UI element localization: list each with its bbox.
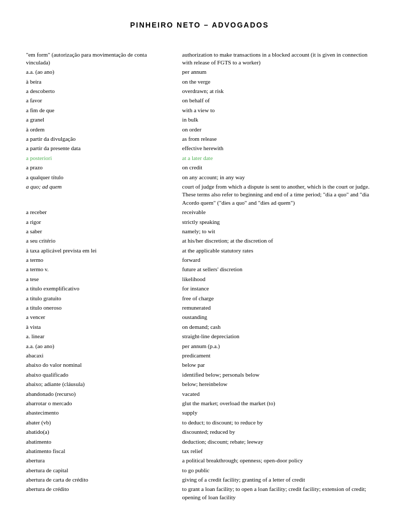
term-portuguese: a partir da presente data xyxy=(26,144,182,153)
term-portuguese: a título gratuito xyxy=(26,294,182,303)
glossary-table: "em form" (autorização para movimentação… xyxy=(26,50,373,502)
term-portuguese: a favor xyxy=(26,96,182,105)
term-english: vacated xyxy=(182,389,373,398)
term-portuguese: a.a. (ao ano) xyxy=(26,68,182,77)
table-row: a seu critérioat his/her discretion; at … xyxy=(26,236,373,246)
table-row: abatimento fiscaltax relief xyxy=(26,446,373,456)
term-portuguese: abastecimento xyxy=(26,408,182,418)
table-row: a. linearstraight-line depreciation xyxy=(26,332,373,341)
table-row: à beiraon the verge xyxy=(26,77,373,86)
term-portuguese: "em form" (autorização para movimentação… xyxy=(26,50,182,68)
table-row: abandonado (recurso)vacated xyxy=(26,389,373,398)
term-portuguese: a fim de que xyxy=(26,105,182,115)
term-english: tax relief xyxy=(182,446,373,456)
term-english: at a later date xyxy=(182,153,373,163)
term-portuguese: abertura de capital xyxy=(26,466,182,475)
term-portuguese: abacaxi xyxy=(26,351,182,361)
table-row: a rigorstrictly speaking xyxy=(26,217,373,227)
term-english: authorization to make transactions in a … xyxy=(182,50,373,68)
term-english: remunerated xyxy=(182,303,373,313)
term-english: per annum (p.a.) xyxy=(182,341,373,351)
term-portuguese: a rigor xyxy=(26,217,182,227)
table-row: abaixo; adiante (cláusula)below; hereinb… xyxy=(26,380,373,389)
table-row: a.a. (ao ano)per annum xyxy=(26,68,373,77)
term-english: strictly speaking xyxy=(182,217,373,227)
term-portuguese: a. linear xyxy=(26,332,182,341)
table-row: à vistaon demand; cash xyxy=(26,322,373,331)
term-english: effective herewith xyxy=(182,144,373,153)
table-row: à taxa aplicável prevista em leiat the a… xyxy=(26,246,373,255)
table-row: a termoforward xyxy=(26,256,373,265)
term-english: to deduct; to discount; to reduce by xyxy=(182,418,373,427)
table-row: a prazoon credit xyxy=(26,163,373,172)
term-english: as from release xyxy=(182,135,373,144)
table-row: a receberreceivable xyxy=(26,208,373,217)
page-title: PINHEIRO NETO – ADVOGADOS xyxy=(26,21,373,29)
term-portuguese: abatimento xyxy=(26,437,182,446)
term-portuguese: abatimento fiscal xyxy=(26,446,182,456)
table-row: a qualquer títuloon any account; in any … xyxy=(26,172,373,182)
term-portuguese: abaixo do valor nominal xyxy=(26,361,182,370)
term-portuguese: abandonado (recurso) xyxy=(26,389,182,398)
term-english: on behalf of xyxy=(182,96,373,105)
term-portuguese: abatido(a) xyxy=(26,428,182,437)
term-english: forward xyxy=(182,256,373,265)
term-english: on order xyxy=(182,125,373,134)
term-english: likelihood xyxy=(182,274,373,284)
term-english: with a view to xyxy=(182,105,373,115)
table-row: a favoron behalf of xyxy=(26,96,373,105)
term-portuguese: a descoberto xyxy=(26,87,182,96)
term-portuguese: à ordem xyxy=(26,125,182,134)
table-row: abater (vb)to deduct; to discount; to re… xyxy=(26,418,373,427)
term-english: oustanding xyxy=(182,313,373,322)
term-portuguese: à vista xyxy=(26,322,182,331)
term-english: for instance xyxy=(182,284,373,294)
term-portuguese: abaixo; adiante (cláusula) xyxy=(26,380,182,389)
term-english: at the applicable statutory rates xyxy=(182,246,373,255)
table-row: abarrotar o mercadoglut the market; over… xyxy=(26,398,373,408)
table-row: a teselikelihood xyxy=(26,274,373,284)
table-row: a descobertooverdrawn; at risk xyxy=(26,87,373,96)
term-english: in bulk xyxy=(182,115,373,125)
term-english: namely; to wit xyxy=(182,227,373,236)
term-portuguese: a termo xyxy=(26,256,182,265)
term-portuguese: abertura de crédito xyxy=(26,485,182,502)
table-row: a partir da presente dataeffective herew… xyxy=(26,144,373,153)
term-portuguese: à beira xyxy=(26,77,182,86)
term-portuguese: a qualquer título xyxy=(26,172,182,182)
table-row: abatimentodeduction; discount; rebate; l… xyxy=(26,437,373,446)
term-english: at his/her discretion; at the discretion… xyxy=(182,236,373,246)
term-portuguese: a tese xyxy=(26,274,182,284)
term-portuguese: a vencer xyxy=(26,313,182,322)
term-portuguese: abater (vb) xyxy=(26,418,182,427)
term-english: future at sellers' discretion xyxy=(182,265,373,274)
term-english: predicament xyxy=(182,351,373,361)
term-portuguese: a termo v. xyxy=(26,265,182,274)
table-row: à ordemon order xyxy=(26,125,373,134)
term-portuguese: a saber xyxy=(26,227,182,236)
term-portuguese: a prazo xyxy=(26,163,182,172)
table-row: a sabernamely; to wit xyxy=(26,227,373,236)
table-row: a.a. (ao ano)per annum (p.a.) xyxy=(26,341,373,351)
table-row: a título exemplificativofor instance xyxy=(26,284,373,294)
table-row: "em form" (autorização para movimentação… xyxy=(26,50,373,68)
table-row: abertura de capitalto go public xyxy=(26,466,373,475)
table-row: a partir da divulgaçãoas from release xyxy=(26,135,373,144)
table-row: a quo; ad quemcourt of judge from which … xyxy=(26,182,373,207)
term-english: identified below; personals below xyxy=(182,370,373,379)
term-english: on the verge xyxy=(182,77,373,86)
term-portuguese: a posteriori xyxy=(26,153,182,163)
term-portuguese: abertura xyxy=(26,456,182,466)
term-portuguese: a receber xyxy=(26,208,182,217)
term-portuguese: abaixo qualificado xyxy=(26,370,182,379)
table-row: a título onerosoremunerated xyxy=(26,303,373,313)
term-english: on any account; in any way xyxy=(182,172,373,182)
term-portuguese: a partir da divulgação xyxy=(26,135,182,144)
term-portuguese: a quo; ad quem xyxy=(26,182,182,207)
term-english: giving of a credit facility; granting of… xyxy=(182,475,373,485)
table-row: abacaxipredicament xyxy=(26,351,373,361)
table-row: a título gratuitofree of charge xyxy=(26,294,373,303)
table-row: abertura de carta de créditogiving of a … xyxy=(26,475,373,485)
table-row: abaixo do valor nominalbelow par xyxy=(26,361,373,370)
term-english: to grant a loan facility; to open a loan… xyxy=(182,485,373,502)
